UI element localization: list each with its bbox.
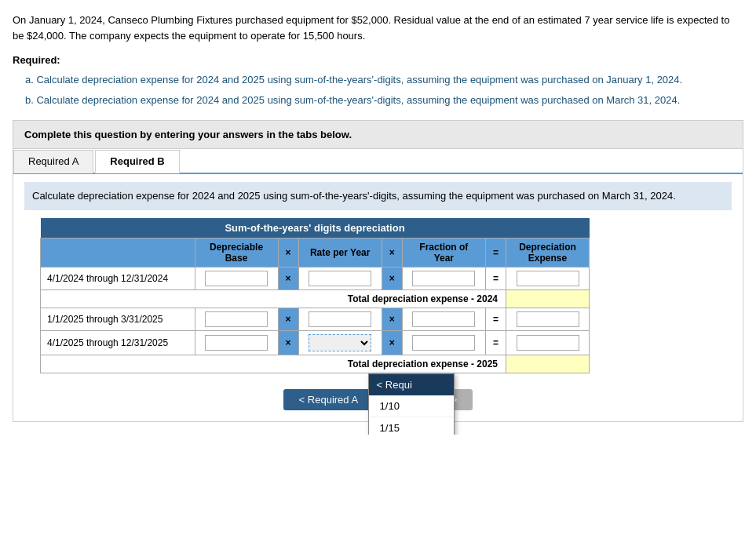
table-row: 4/1/2025 through 12/31/2025 × 1/10 1/15 … xyxy=(41,330,590,355)
table-row-total-2024: Total depreciation expense - 2024 xyxy=(41,289,590,308)
item-b-label: b. xyxy=(25,94,36,106)
col-header-eq: = xyxy=(485,238,506,267)
depr-base-field-3[interactable] xyxy=(205,311,268,327)
dropdown-header: < Requi xyxy=(369,374,454,395)
prev-button[interactable]: < Required A xyxy=(283,389,374,410)
eq-4: = xyxy=(485,330,506,355)
op1-4: × xyxy=(278,330,298,355)
item-a-label: a. xyxy=(25,74,36,86)
fraction-field-3[interactable] xyxy=(412,311,475,327)
rate-dropdown-4[interactable]: 1/10 1/15 2/10 2/15 xyxy=(309,334,371,351)
total-2024-value[interactable] xyxy=(506,289,590,308)
tab-b-description: Calculate depreciation expense for 2024 … xyxy=(24,182,732,210)
rate-field-1[interactable] xyxy=(309,271,371,286)
depr-base-field-4[interactable] xyxy=(205,335,268,351)
fraction-input-4[interactable] xyxy=(402,330,485,355)
depr-base-input-3[interactable] xyxy=(195,308,278,330)
depr-base-input-1[interactable] xyxy=(195,267,278,289)
depreciation-table: Sum-of-the-years' digits depreciation De… xyxy=(40,218,590,373)
dropdown-item-1[interactable]: 1/10 xyxy=(369,395,454,417)
total-2024-label: Total depreciation expense - 2024 xyxy=(41,289,506,308)
table-header-row: Depreciable Base × Rate per Year × Fract xyxy=(41,238,590,267)
prev-btn-container: < Required A < Requi 1/10 1/15 2/10 xyxy=(283,389,374,410)
table-row: 1/1/2025 through 3/31/2025 × × xyxy=(41,308,590,330)
table-row-total-2025: Total depreciation expense - 2025 xyxy=(41,355,590,373)
total-2025-label: Total depreciation expense - 2025 xyxy=(41,355,506,373)
problem-text: On January 1, 2024, Canseco Plumbing Fix… xyxy=(13,13,743,43)
depr-expense-input-4[interactable] xyxy=(506,330,590,355)
dropdown-overlay: < Requi 1/10 1/15 2/10 2/15 xyxy=(368,373,455,435)
tab-required-b[interactable]: Required B xyxy=(95,150,179,173)
op2-4: × xyxy=(382,330,402,355)
eq-1: = xyxy=(485,267,506,289)
rate-select-4[interactable]: 1/10 1/15 2/10 2/15 xyxy=(298,330,382,355)
total-2025-field[interactable] xyxy=(520,359,583,370)
depr-expense-field-3[interactable] xyxy=(517,311,579,327)
table-title: Sum-of-the-years' digits depreciation xyxy=(41,218,590,238)
dropdown-item-2[interactable]: 1/15 xyxy=(369,417,454,435)
total-2025-value[interactable] xyxy=(506,355,590,373)
table-row: 4/1/2024 through 12/31/2024 × × xyxy=(41,267,590,289)
depr-base-field-1[interactable] xyxy=(205,271,268,286)
fraction-input-3[interactable] xyxy=(402,308,485,330)
op2-3: × xyxy=(382,308,402,330)
item-b-text: Calculate depreciation expense for 2024 … xyxy=(36,94,680,106)
col-header-depr-base: Depreciable Base xyxy=(195,238,278,267)
tab-b-content: Calculate depreciation expense for 2024 … xyxy=(13,174,743,421)
total-2024-field[interactable] xyxy=(520,293,583,304)
op1-3: × xyxy=(278,308,298,330)
row-label-4: 4/1/2025 through 12/31/2025 xyxy=(41,330,195,355)
col-header-fraction: Fraction of Year xyxy=(402,238,485,267)
complete-box: Complete this question by entering your … xyxy=(13,120,743,149)
depr-expense-field-1[interactable] xyxy=(517,271,579,286)
tabs-container: Required A Required B Calculate deprecia… xyxy=(13,149,743,422)
fraction-field-1[interactable] xyxy=(412,271,475,286)
complete-box-text: Complete this question by entering your … xyxy=(24,129,352,140)
depr-base-input-4[interactable] xyxy=(195,330,278,355)
table-container: Sum-of-the-years' digits depreciation De… xyxy=(24,218,732,373)
tab-b-description-text: Calculate depreciation expense for 2024 … xyxy=(32,190,676,202)
rate-field-3[interactable] xyxy=(309,311,371,327)
required-item-b: b. Calculate depreciation expense for 20… xyxy=(25,93,743,108)
item-a-text: Calculate depreciation expense for 2024 … xyxy=(36,74,682,86)
fraction-field-4[interactable] xyxy=(412,335,475,351)
col-header-op2: × xyxy=(382,238,402,267)
rate-input-1[interactable] xyxy=(298,267,382,289)
depr-expense-field-4[interactable] xyxy=(517,335,579,351)
tab-required-a[interactable]: Required A xyxy=(13,150,93,173)
col-header-rate: Rate per Year xyxy=(298,238,382,267)
required-header: Required: xyxy=(13,54,743,66)
row-label-1: 4/1/2024 through 12/31/2024 xyxy=(41,267,195,289)
fraction-input-1[interactable] xyxy=(402,267,485,289)
problem-statement: On January 1, 2024, Canseco Plumbing Fix… xyxy=(13,14,729,42)
depr-expense-input-1[interactable] xyxy=(506,267,590,289)
op2-1: × xyxy=(382,267,402,289)
required-item-a: a. Calculate depreciation expense for 20… xyxy=(25,72,743,88)
tabs-row: Required A Required B xyxy=(13,149,743,174)
eq-3: = xyxy=(485,308,506,330)
prev-button-label: < Required A xyxy=(299,394,359,406)
col-header-op1: × xyxy=(278,238,298,267)
rate-input-3[interactable] xyxy=(298,308,382,330)
col-header-empty xyxy=(41,238,195,267)
row-label-3: 1/1/2025 through 3/31/2025 xyxy=(41,308,195,330)
table-title-row: Sum-of-the-years' digits depreciation xyxy=(41,218,590,238)
required-list: a. Calculate depreciation expense for 20… xyxy=(25,72,743,107)
op1-1: × xyxy=(278,267,298,289)
depr-expense-input-3[interactable] xyxy=(506,308,590,330)
col-header-depr-expense: Depreciation Expense xyxy=(506,238,590,267)
nav-buttons: < Required A < Requi 1/10 1/15 2/10 xyxy=(24,381,732,421)
